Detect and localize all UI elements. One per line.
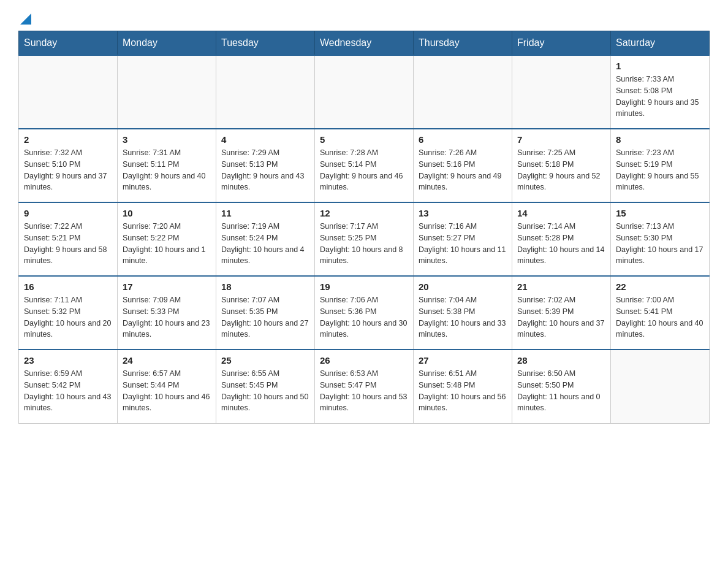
day-number: 16 bbox=[24, 282, 112, 292]
calendar-day-cell bbox=[118, 55, 216, 129]
day-number: 10 bbox=[123, 208, 211, 218]
logo-triangle-icon bbox=[20, 13, 31, 25]
days-of-week-row: SundayMondayTuesdayWednesdayThursdayFrid… bbox=[19, 31, 710, 56]
day-info: Sunrise: 7:13 AMSunset: 5:30 PMDaylight:… bbox=[616, 221, 704, 267]
calendar-day-cell: 24Sunrise: 6:57 AMSunset: 5:44 PMDayligh… bbox=[118, 350, 216, 423]
calendar-day-cell: 25Sunrise: 6:55 AMSunset: 5:45 PMDayligh… bbox=[216, 350, 315, 423]
day-of-week-header: Thursday bbox=[414, 31, 512, 56]
calendar-body: 1Sunrise: 7:33 AMSunset: 5:08 PMDaylight… bbox=[19, 55, 710, 423]
calendar-day-cell: 19Sunrise: 7:06 AMSunset: 5:36 PMDayligh… bbox=[315, 276, 414, 350]
day-info: Sunrise: 7:31 AMSunset: 5:11 PMDaylight:… bbox=[123, 147, 211, 193]
calendar-day-cell bbox=[216, 55, 315, 129]
calendar-day-cell: 18Sunrise: 7:07 AMSunset: 5:35 PMDayligh… bbox=[216, 276, 315, 350]
calendar-week-row: 2Sunrise: 7:32 AMSunset: 5:10 PMDaylight… bbox=[19, 129, 710, 202]
day-number: 21 bbox=[517, 282, 605, 292]
calendar-day-cell: 1Sunrise: 7:33 AMSunset: 5:08 PMDaylight… bbox=[611, 55, 710, 129]
day-info: Sunrise: 7:25 AMSunset: 5:18 PMDaylight:… bbox=[517, 147, 605, 193]
day-number: 14 bbox=[517, 208, 605, 218]
calendar-header: SundayMondayTuesdayWednesdayThursdayFrid… bbox=[19, 31, 710, 56]
svg-marker-0 bbox=[20, 13, 31, 25]
logo bbox=[18, 12, 31, 25]
calendar-day-cell: 15Sunrise: 7:13 AMSunset: 5:30 PMDayligh… bbox=[611, 202, 710, 276]
calendar-day-cell: 2Sunrise: 7:32 AMSunset: 5:10 PMDaylight… bbox=[19, 129, 118, 202]
day-number: 11 bbox=[221, 208, 309, 218]
calendar-day-cell: 6Sunrise: 7:26 AMSunset: 5:16 PMDaylight… bbox=[414, 129, 512, 202]
calendar-day-cell bbox=[512, 55, 611, 129]
day-info: Sunrise: 6:51 AMSunset: 5:48 PMDaylight:… bbox=[419, 368, 507, 414]
page-header bbox=[18, 12, 710, 25]
day-info: Sunrise: 7:02 AMSunset: 5:39 PMDaylight:… bbox=[517, 294, 605, 340]
calendar-day-cell: 4Sunrise: 7:29 AMSunset: 5:13 PMDaylight… bbox=[216, 129, 315, 202]
day-info: Sunrise: 7:11 AMSunset: 5:32 PMDaylight:… bbox=[24, 294, 112, 340]
calendar-day-cell: 21Sunrise: 7:02 AMSunset: 5:39 PMDayligh… bbox=[512, 276, 611, 350]
day-info: Sunrise: 6:53 AMSunset: 5:47 PMDaylight:… bbox=[320, 368, 408, 414]
day-of-week-header: Wednesday bbox=[315, 31, 414, 56]
day-info: Sunrise: 7:33 AMSunset: 5:08 PMDaylight:… bbox=[616, 74, 704, 120]
calendar-day-cell: 28Sunrise: 6:50 AMSunset: 5:50 PMDayligh… bbox=[512, 350, 611, 423]
day-number: 26 bbox=[320, 355, 408, 366]
day-number: 27 bbox=[419, 355, 507, 366]
day-info: Sunrise: 7:04 AMSunset: 5:38 PMDaylight:… bbox=[419, 294, 507, 340]
calendar-week-row: 9Sunrise: 7:22 AMSunset: 5:21 PMDaylight… bbox=[19, 202, 710, 276]
day-number: 12 bbox=[320, 208, 408, 218]
day-number: 20 bbox=[419, 282, 507, 292]
day-of-week-header: Saturday bbox=[611, 31, 710, 56]
calendar-day-cell bbox=[611, 350, 710, 423]
day-info: Sunrise: 6:59 AMSunset: 5:42 PMDaylight:… bbox=[24, 368, 112, 414]
day-info: Sunrise: 7:07 AMSunset: 5:35 PMDaylight:… bbox=[221, 294, 309, 340]
calendar-day-cell bbox=[315, 55, 414, 129]
calendar-day-cell: 14Sunrise: 7:14 AMSunset: 5:28 PMDayligh… bbox=[512, 202, 611, 276]
day-of-week-header: Friday bbox=[512, 31, 611, 56]
day-info: Sunrise: 7:29 AMSunset: 5:13 PMDaylight:… bbox=[221, 147, 309, 193]
calendar-day-cell: 16Sunrise: 7:11 AMSunset: 5:32 PMDayligh… bbox=[19, 276, 118, 350]
calendar-week-row: 23Sunrise: 6:59 AMSunset: 5:42 PMDayligh… bbox=[19, 350, 710, 423]
day-number: 2 bbox=[24, 134, 112, 145]
day-number: 18 bbox=[221, 282, 309, 292]
day-info: Sunrise: 7:20 AMSunset: 5:22 PMDaylight:… bbox=[123, 221, 211, 267]
day-of-week-header: Tuesday bbox=[216, 31, 315, 56]
day-number: 24 bbox=[123, 355, 211, 366]
day-number: 28 bbox=[517, 355, 605, 366]
day-of-week-header: Sunday bbox=[19, 31, 118, 56]
day-info: Sunrise: 7:28 AMSunset: 5:14 PMDaylight:… bbox=[320, 147, 408, 193]
day-number: 7 bbox=[517, 134, 605, 145]
calendar-week-row: 1Sunrise: 7:33 AMSunset: 5:08 PMDaylight… bbox=[19, 55, 710, 129]
day-info: Sunrise: 7:26 AMSunset: 5:16 PMDaylight:… bbox=[419, 147, 507, 193]
day-info: Sunrise: 7:00 AMSunset: 5:41 PMDaylight:… bbox=[616, 294, 704, 340]
calendar-day-cell: 10Sunrise: 7:20 AMSunset: 5:22 PMDayligh… bbox=[118, 202, 216, 276]
day-of-week-header: Monday bbox=[118, 31, 216, 56]
day-info: Sunrise: 7:16 AMSunset: 5:27 PMDaylight:… bbox=[419, 221, 507, 267]
calendar-day-cell: 12Sunrise: 7:17 AMSunset: 5:25 PMDayligh… bbox=[315, 202, 414, 276]
calendar-day-cell: 26Sunrise: 6:53 AMSunset: 5:47 PMDayligh… bbox=[315, 350, 414, 423]
calendar-day-cell: 8Sunrise: 7:23 AMSunset: 5:19 PMDaylight… bbox=[611, 129, 710, 202]
day-info: Sunrise: 7:22 AMSunset: 5:21 PMDaylight:… bbox=[24, 221, 112, 267]
calendar-day-cell: 11Sunrise: 7:19 AMSunset: 5:24 PMDayligh… bbox=[216, 202, 315, 276]
day-number: 23 bbox=[24, 355, 112, 366]
calendar-day-cell bbox=[19, 55, 118, 129]
calendar-day-cell: 27Sunrise: 6:51 AMSunset: 5:48 PMDayligh… bbox=[414, 350, 512, 423]
day-number: 17 bbox=[123, 282, 211, 292]
day-info: Sunrise: 6:55 AMSunset: 5:45 PMDaylight:… bbox=[221, 368, 309, 414]
calendar-week-row: 16Sunrise: 7:11 AMSunset: 5:32 PMDayligh… bbox=[19, 276, 710, 350]
day-info: Sunrise: 7:23 AMSunset: 5:19 PMDaylight:… bbox=[616, 147, 704, 193]
day-number: 6 bbox=[419, 134, 507, 145]
day-number: 25 bbox=[221, 355, 309, 366]
day-info: Sunrise: 6:50 AMSunset: 5:50 PMDaylight:… bbox=[517, 368, 605, 414]
calendar-day-cell: 22Sunrise: 7:00 AMSunset: 5:41 PMDayligh… bbox=[611, 276, 710, 350]
calendar-day-cell: 7Sunrise: 7:25 AMSunset: 5:18 PMDaylight… bbox=[512, 129, 611, 202]
day-number: 22 bbox=[616, 282, 704, 292]
calendar-day-cell bbox=[414, 55, 512, 129]
day-info: Sunrise: 7:06 AMSunset: 5:36 PMDaylight:… bbox=[320, 294, 408, 340]
day-number: 19 bbox=[320, 282, 408, 292]
calendar-day-cell: 9Sunrise: 7:22 AMSunset: 5:21 PMDaylight… bbox=[19, 202, 118, 276]
calendar-day-cell: 13Sunrise: 7:16 AMSunset: 5:27 PMDayligh… bbox=[414, 202, 512, 276]
day-info: Sunrise: 7:17 AMSunset: 5:25 PMDaylight:… bbox=[320, 221, 408, 267]
calendar-day-cell: 23Sunrise: 6:59 AMSunset: 5:42 PMDayligh… bbox=[19, 350, 118, 423]
calendar-table: SundayMondayTuesdayWednesdayThursdayFrid… bbox=[18, 31, 710, 424]
day-number: 13 bbox=[419, 208, 507, 218]
calendar-day-cell: 5Sunrise: 7:28 AMSunset: 5:14 PMDaylight… bbox=[315, 129, 414, 202]
day-info: Sunrise: 6:57 AMSunset: 5:44 PMDaylight:… bbox=[123, 368, 211, 414]
day-number: 5 bbox=[320, 134, 408, 145]
calendar-day-cell: 20Sunrise: 7:04 AMSunset: 5:38 PMDayligh… bbox=[414, 276, 512, 350]
calendar-day-cell: 3Sunrise: 7:31 AMSunset: 5:11 PMDaylight… bbox=[118, 129, 216, 202]
